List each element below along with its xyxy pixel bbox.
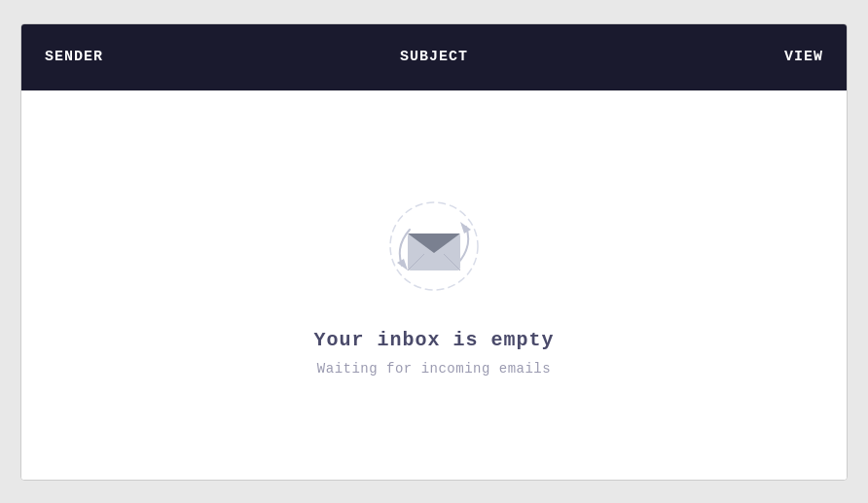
header-view: VIEW (563, 49, 823, 65)
header-sender: SENDER (45, 49, 305, 65)
empty-inbox-icon (380, 193, 488, 300)
email-panel: SENDER SUBJECT VIEW (20, 23, 848, 481)
email-body: Your inbox is empty Waiting for incoming… (21, 90, 847, 480)
empty-inbox-subtitle: Waiting for incoming emails (317, 361, 551, 377)
email-header: SENDER SUBJECT VIEW (21, 24, 847, 90)
svg-marker-1 (460, 222, 471, 234)
empty-inbox-title: Your inbox is empty (313, 329, 554, 351)
header-subject: SUBJECT (305, 49, 564, 65)
svg-marker-2 (397, 259, 408, 270)
